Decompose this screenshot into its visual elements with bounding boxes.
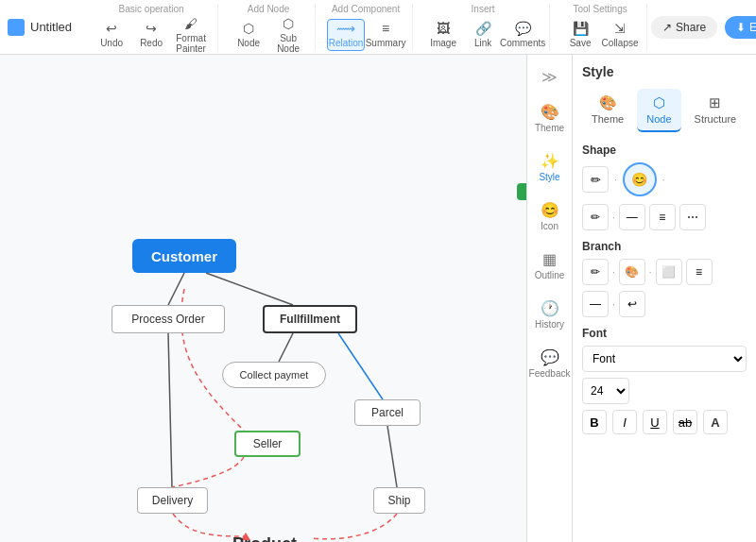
font-size-select[interactable]: 24 bbox=[582, 378, 629, 404]
add-component-items: ⟿ Relation ≡ Summary bbox=[327, 19, 404, 51]
delivery-node[interactable]: Delivery bbox=[137, 487, 208, 514]
shape-circle-btn[interactable]: 😊 bbox=[623, 162, 657, 196]
logo-icon bbox=[8, 19, 25, 36]
process-order-node[interactable]: Process Order bbox=[112, 305, 225, 333]
outline-line3-btn[interactable]: ⋯ bbox=[679, 204, 706, 230]
svg-line-4 bbox=[387, 426, 397, 487]
comments-button[interactable]: 💬 Comments bbox=[504, 19, 541, 51]
save-button[interactable]: 💾 Save bbox=[561, 19, 599, 51]
fullfillment-label: Fullfillment bbox=[280, 313, 340, 326]
format-painter-button[interactable]: 🖌 Format Painter bbox=[172, 19, 210, 51]
relation-button[interactable]: ⟿ Relation bbox=[327, 19, 365, 51]
redo-button[interactable]: ↪ Redo bbox=[132, 19, 170, 51]
summary-icon: ≡ bbox=[382, 21, 389, 36]
add-component-label: Add Component bbox=[332, 4, 400, 14]
outline-line2-btn[interactable]: ≡ bbox=[649, 204, 676, 230]
toolbar: Untitled Basic operation ↩ Undo ↪ Redo 🖌… bbox=[0, 0, 756, 55]
app-title: Untitled bbox=[30, 20, 72, 34]
shape-section-title: Shape bbox=[582, 144, 747, 157]
format-painter-label: Format Painter bbox=[172, 33, 210, 54]
image-button[interactable]: 🖼 Image bbox=[424, 19, 462, 51]
sidebar-history-button[interactable]: 🕐 History bbox=[532, 292, 568, 337]
outline-line1-btn[interactable]: — bbox=[619, 204, 645, 230]
parcel-node[interactable]: Parcel bbox=[354, 399, 421, 426]
collapse-button[interactable]: ⇲ Collapse bbox=[601, 19, 639, 51]
structure-tab-label: Structure bbox=[695, 113, 737, 125]
export-button[interactable]: ⬇ Export bbox=[725, 16, 756, 39]
sidebar-theme-button[interactable]: 🎨 Theme bbox=[532, 95, 568, 141]
node-button[interactable]: ⬡ Node bbox=[230, 19, 267, 51]
ship-label: Ship bbox=[387, 494, 410, 507]
save-icon: 💾 bbox=[573, 21, 589, 36]
canvas[interactable]: Customer Process Order Fullfillment Coll… bbox=[0, 55, 526, 542]
bold-button[interactable]: B bbox=[582, 410, 607, 434]
fullfillment-node[interactable]: Fullfillment bbox=[263, 305, 357, 333]
sub-node-label: Sub Node bbox=[269, 33, 307, 54]
process-label: Process Order bbox=[131, 313, 204, 326]
italic-button[interactable]: I bbox=[612, 410, 637, 434]
outline-sidebar-label: Outline bbox=[535, 270, 565, 280]
svg-rect-8 bbox=[517, 183, 526, 200]
sidebar-feedback-button[interactable]: 💬 Feedback bbox=[532, 341, 568, 386]
customer-label: Customer bbox=[151, 248, 217, 264]
branch-btn-4[interactable]: ≡ bbox=[686, 259, 713, 285]
font-color-button[interactable]: A bbox=[703, 410, 728, 434]
branch-section-title: Branch bbox=[582, 240, 747, 253]
sidebar-expand-button[interactable]: ≫ bbox=[536, 62, 563, 92]
sidebar-icon-button[interactable]: 😊 Icon bbox=[532, 194, 568, 239]
export-label: Export bbox=[749, 21, 756, 34]
strikethrough-button[interactable]: ab bbox=[673, 410, 697, 434]
dot-sep5: · bbox=[649, 267, 652, 278]
share-button[interactable]: ↗ Share bbox=[651, 16, 717, 39]
sidebar-style-button[interactable]: ✨ Style bbox=[532, 144, 568, 190]
tab-theme[interactable]: 🎨 Theme bbox=[582, 89, 633, 132]
redo-label: Redo bbox=[140, 38, 163, 48]
underline-button[interactable]: U bbox=[643, 410, 667, 434]
redo-icon: ↪ bbox=[146, 21, 157, 36]
shape-pencil-btn[interactable]: ✏ bbox=[582, 166, 609, 193]
branch-btn-6[interactable]: ↩ bbox=[619, 291, 645, 317]
tab-structure[interactable]: ⊞ Structure bbox=[685, 89, 747, 132]
svg-line-5 bbox=[168, 333, 172, 487]
collect-node[interactable]: Collect paymet bbox=[222, 362, 326, 388]
sub-node-icon: ⬡ bbox=[283, 16, 294, 31]
image-icon: 🖼 bbox=[437, 21, 450, 36]
main-area: Customer Process Order Fullfillment Coll… bbox=[0, 55, 756, 542]
dot-sep2: · bbox=[662, 175, 665, 185]
dot-sep6: · bbox=[612, 299, 615, 310]
basic-operation-label: Basic operation bbox=[119, 4, 184, 14]
branch-btn-3[interactable]: ⬜ bbox=[656, 259, 682, 285]
ship-node[interactable]: Ship bbox=[373, 487, 425, 514]
branch-btn-5[interactable]: — bbox=[582, 291, 609, 317]
add-node-items: ⬡ Node ⬡ Sub Node bbox=[230, 19, 307, 51]
customer-node[interactable]: Customer bbox=[132, 239, 236, 273]
delivery-label: Delivery bbox=[152, 494, 193, 507]
branch-row-1: ✏ · 🎨 · ⬜ ≡ bbox=[582, 259, 747, 285]
branch-btn-1[interactable]: ✏ bbox=[582, 259, 609, 285]
product-node[interactable]: Product bbox=[208, 527, 321, 542]
branch-btn-2[interactable]: 🎨 bbox=[619, 259, 645, 285]
sub-node-button[interactable]: ⬡ Sub Node bbox=[269, 19, 307, 51]
icon-icon: 😊 bbox=[541, 201, 559, 219]
theme-tab-icon: 🎨 bbox=[599, 94, 617, 111]
relation-label: Relation bbox=[329, 38, 364, 48]
tab-node[interactable]: ⬡ Node bbox=[637, 89, 680, 132]
toolbar-right: ↗ Share ⬇ Export bbox=[651, 16, 756, 39]
collect-label: Collect paymet bbox=[240, 369, 309, 381]
outline-pencil-btn[interactable]: ✏ bbox=[582, 204, 609, 230]
add-component-group: Add Component ⟿ Relation ≡ Summary bbox=[319, 4, 413, 51]
sidebar-outline-button[interactable]: ▦ Outline bbox=[532, 243, 568, 288]
export-icon: ⬇ bbox=[736, 21, 746, 34]
green-arrow-svg bbox=[515, 168, 526, 215]
outline-row: ✏ · — ≡ ⋯ bbox=[582, 204, 747, 230]
link-button[interactable]: 🔗 Link bbox=[464, 19, 502, 51]
share-icon: ↗ bbox=[662, 21, 672, 34]
undo-button[interactable]: ↩ Undo bbox=[93, 19, 130, 51]
seller-node[interactable]: Seller bbox=[234, 431, 301, 457]
tool-settings-label: Tool Settings bbox=[573, 4, 627, 14]
node-tab-icon: ⬡ bbox=[653, 94, 665, 111]
font-select[interactable]: Font bbox=[582, 346, 747, 372]
summary-button[interactable]: ≡ Summary bbox=[367, 19, 404, 51]
theme-sidebar-label: Theme bbox=[535, 123, 564, 133]
svg-line-1 bbox=[206, 273, 293, 305]
